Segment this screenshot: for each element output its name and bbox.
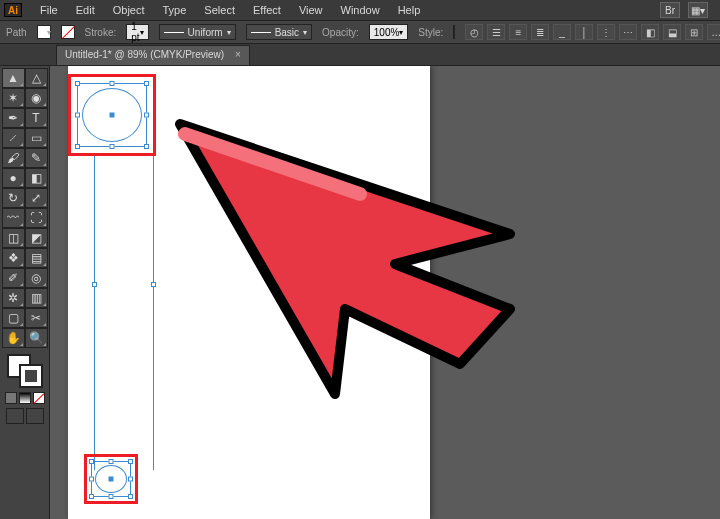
tool-pencil[interactable]: ✎: [25, 148, 48, 168]
center-anchor-top[interactable]: [110, 113, 115, 118]
document-tab[interactable]: Untitled-1* @ 89% (CMYK/Preview) ×: [56, 45, 250, 65]
align-left-icon[interactable]: ☰: [487, 24, 505, 40]
tool-magic-wand[interactable]: ✶: [2, 88, 25, 108]
bounding-box-bottom[interactable]: [91, 461, 131, 497]
stroke-weight-input[interactable]: 1 pt ▾: [126, 24, 148, 40]
tool-blob-brush[interactable]: ●: [2, 168, 25, 188]
tool-shape-builder[interactable]: ◫: [2, 228, 25, 248]
more-options-icon[interactable]: …: [707, 24, 720, 40]
blend-handle-left[interactable]: [92, 282, 97, 287]
gradient-mode-icon[interactable]: [19, 392, 31, 404]
blend-guide-left: [94, 154, 95, 470]
stroke-swatch[interactable]: [61, 25, 75, 39]
workspace: ▲△✶◉✒T⟋▭🖌✎●◧↻⤢〰⛶◫◩❖▤✐◎✲▥▢✂✋🔍: [0, 66, 720, 519]
tool-graph[interactable]: ▥: [25, 288, 48, 308]
tool-type[interactable]: T: [25, 108, 48, 128]
app-logo-icon: Ai: [4, 3, 22, 17]
style-preset-select[interactable]: Basic▾: [246, 24, 312, 40]
workspace-layout-button[interactable]: ▦▾: [688, 2, 708, 18]
none-mode-icon[interactable]: [33, 392, 45, 404]
change-screen-icon[interactable]: [26, 408, 44, 424]
bounding-box-top[interactable]: [77, 83, 147, 147]
tool-zoom[interactable]: 🔍: [25, 328, 48, 348]
brush-preset-select[interactable]: Uniform▾: [159, 24, 236, 40]
menu-right-group: Br ▦▾: [660, 2, 720, 18]
tool-symbol-sprayer[interactable]: ✲: [2, 288, 25, 308]
opacity-label: Opacity:: [322, 27, 359, 38]
tool-scale[interactable]: ⤢: [25, 188, 48, 208]
toolbox: ▲△✶◉✒T⟋▭🖌✎●◧↻⤢〰⛶◫◩❖▤✐◎✲▥▢✂✋🔍: [0, 66, 50, 519]
tool-eyedropper[interactable]: ✐: [2, 268, 25, 288]
tool-lasso[interactable]: ◉: [25, 88, 48, 108]
control-bar: Path ▾ ▾ Stroke: 1 pt ▾ Uniform▾ Basic▾ …: [0, 20, 720, 44]
tool-gradient[interactable]: ▤: [25, 248, 48, 268]
stroke-indicator-icon[interactable]: [19, 364, 43, 388]
blend-guide-right: [153, 154, 154, 470]
tool-paintbrush[interactable]: 🖌: [2, 148, 25, 168]
menu-view[interactable]: View: [291, 1, 331, 19]
menu-effect[interactable]: Effect: [245, 1, 289, 19]
recolor-icon[interactable]: ◴: [465, 24, 483, 40]
canvas[interactable]: [50, 66, 720, 519]
tool-hand[interactable]: ✋: [2, 328, 25, 348]
menu-object[interactable]: Object: [105, 1, 153, 19]
tool-blend[interactable]: ◎: [25, 268, 48, 288]
stroke-label: Stroke:: [85, 27, 117, 38]
close-tab-button[interactable]: ×: [235, 49, 241, 60]
style-label: Style:: [418, 27, 443, 38]
arrange-vert-icon[interactable]: │: [575, 24, 593, 40]
menu-edit[interactable]: Edit: [68, 1, 103, 19]
isolate-icon[interactable]: ⊞: [685, 24, 703, 40]
dist-vert-icon[interactable]: ⋯: [619, 24, 637, 40]
tool-mesh[interactable]: ❖: [2, 248, 25, 268]
menu-select[interactable]: Select: [196, 1, 243, 19]
tool-pen[interactable]: ✒: [2, 108, 25, 128]
arrange-horiz-icon[interactable]: ⎯: [553, 24, 571, 40]
align-right-icon[interactable]: ≣: [531, 24, 549, 40]
tool-width[interactable]: 〰: [2, 208, 25, 228]
highlight-top-shape: [68, 74, 156, 156]
pathfinder-icon[interactable]: ⬓: [663, 24, 681, 40]
graphic-style-swatch[interactable]: [453, 25, 455, 39]
document-tab-title: Untitled-1* @ 89% (CMYK/Preview): [65, 49, 224, 60]
tool-slice[interactable]: ✂: [25, 308, 48, 328]
screen-mode-icon[interactable]: [6, 408, 24, 424]
tool-direct-selection[interactable]: △: [25, 68, 48, 88]
menu-file[interactable]: File: [32, 1, 66, 19]
fill-stroke-indicator[interactable]: [7, 354, 43, 388]
menu-bar: Ai File Edit Object Type Select Effect V…: [0, 0, 720, 20]
tool-line[interactable]: ⟋: [2, 128, 25, 148]
menu-window[interactable]: Window: [333, 1, 388, 19]
tool-rotate[interactable]: ↻: [2, 188, 25, 208]
document-tab-bar: Untitled-1* @ 89% (CMYK/Preview) ×: [0, 44, 720, 66]
menu-help[interactable]: Help: [390, 1, 429, 19]
color-mode-icon[interactable]: [5, 392, 17, 404]
dist-horiz-icon[interactable]: ⋮: [597, 24, 615, 40]
tool-selection[interactable]: ▲: [2, 68, 25, 88]
tool-eraser[interactable]: ◧: [25, 168, 48, 188]
opacity-input[interactable]: 100% ▾: [369, 24, 409, 40]
highlight-bottom-shape: [84, 454, 138, 504]
transform-icon[interactable]: ◧: [641, 24, 659, 40]
align-center-icon[interactable]: ≡: [509, 24, 527, 40]
control-right-icon-group: ◴ ☰ ≡ ≣ ⎯ │ ⋮ ⋯ ◧ ⬓ ⊞ …: [465, 24, 720, 40]
tool-perspective[interactable]: ◩: [25, 228, 48, 248]
tool-artboard[interactable]: ▢: [2, 308, 25, 328]
tool-free-transform[interactable]: ⛶: [25, 208, 48, 228]
bridge-button[interactable]: Br: [660, 2, 680, 18]
tool-rectangle[interactable]: ▭: [25, 128, 48, 148]
context-label: Path: [6, 27, 27, 38]
blend-handle-right[interactable]: [151, 282, 156, 287]
center-anchor-bottom[interactable]: [109, 477, 114, 482]
menu-type[interactable]: Type: [155, 1, 195, 19]
